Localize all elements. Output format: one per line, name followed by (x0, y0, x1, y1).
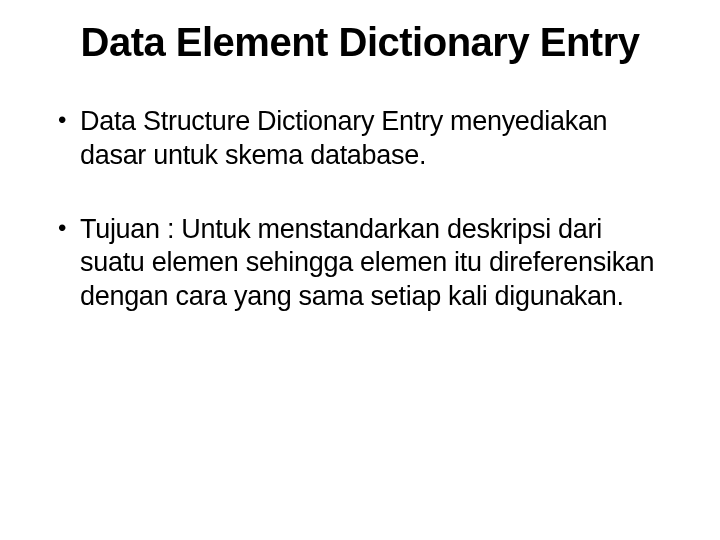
bullet-item: Data Structure Dictionary Entry menyedia… (50, 105, 670, 173)
slide-title: Data Element Dictionary Entry (50, 20, 670, 65)
bullet-item: Tujuan : Untuk menstandarkan deskripsi d… (50, 213, 670, 314)
bullet-list: Data Structure Dictionary Entry menyedia… (50, 105, 670, 314)
